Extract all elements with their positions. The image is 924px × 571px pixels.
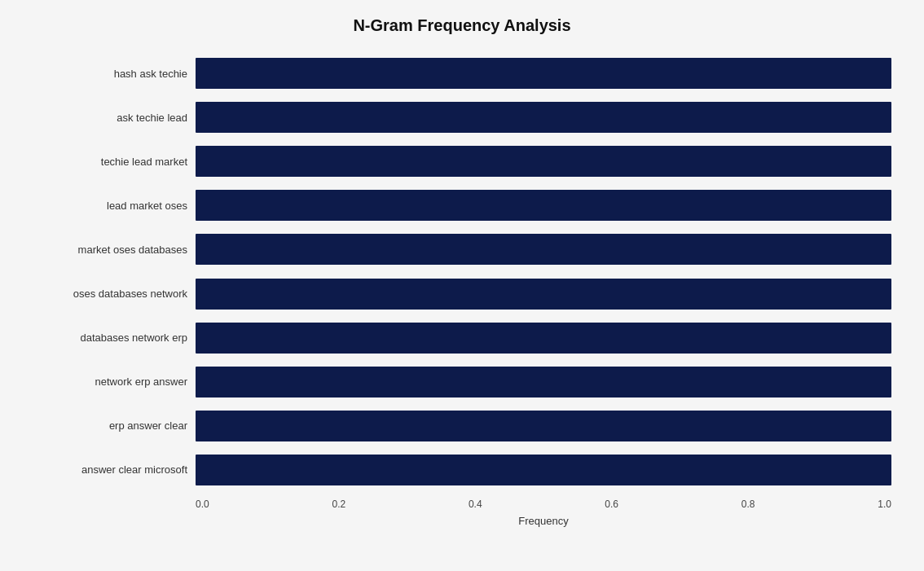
bar-row: techie lead market — [33, 139, 891, 183]
bar-fill — [196, 190, 891, 221]
bar-fill — [196, 455, 891, 485]
chart-area: hash ask techieask techie leadtechie lea… — [33, 51, 891, 492]
bar-track — [196, 455, 891, 485]
bar-label: techie lead market — [33, 156, 196, 168]
bar-row: oses databases network — [33, 271, 891, 315]
bar-label: answer clear microsoft — [33, 463, 196, 476]
bar-track — [196, 102, 891, 133]
bar-track — [196, 234, 891, 265]
bar-fill — [196, 102, 891, 133]
x-axis-tick: 1.0 — [878, 499, 891, 510]
x-axis-tick: 0.2 — [332, 499, 345, 510]
bar-fill — [196, 234, 891, 265]
x-axis-tick: 0.6 — [605, 499, 618, 510]
bar-row: erp answer clear — [33, 404, 891, 448]
bar-label: erp answer clear — [33, 419, 196, 432]
bar-row: network erp answer — [33, 360, 891, 404]
bar-track — [196, 58, 891, 89]
chart-container: N-Gram Frequency Analysis hash ask techi… — [0, 0, 924, 571]
bar-fill — [196, 146, 891, 177]
bar-label: market oses databases — [33, 244, 196, 256]
bar-track — [196, 411, 891, 441]
bar-row: answer clear microsoft — [33, 448, 891, 492]
bar-label: oses databases network — [33, 288, 196, 300]
bar-label: lead market oses — [33, 200, 196, 212]
bar-fill — [196, 323, 891, 354]
bar-fill — [196, 367, 891, 398]
bar-fill — [196, 411, 891, 441]
bar-label: ask techie lead — [33, 112, 196, 124]
chart-title: N-Gram Frequency Analysis — [33, 16, 891, 35]
x-axis-tick: 0.8 — [741, 499, 755, 510]
bar-track — [196, 367, 891, 398]
bar-label: hash ask techie — [33, 68, 196, 80]
bar-label: network erp answer — [33, 376, 196, 388]
bar-row: lead market oses — [33, 183, 891, 227]
x-axis-tick: 0.4 — [469, 499, 482, 510]
bar-row: ask techie lead — [33, 95, 891, 139]
bar-row: market oses databases — [33, 227, 891, 271]
bar-track — [196, 279, 891, 310]
bar-track — [196, 146, 891, 177]
x-axis-title: Frequency — [196, 515, 891, 527]
x-axis-tick: 0.0 — [196, 499, 209, 510]
bar-row: databases network erp — [33, 316, 891, 360]
x-axis: 0.00.20.40.60.81.0 — [196, 499, 891, 510]
bar-track — [196, 190, 891, 221]
bar-fill — [196, 279, 891, 310]
bar-row: hash ask techie — [33, 51, 891, 95]
bar-track — [196, 323, 891, 354]
bar-label: databases network erp — [33, 332, 196, 344]
x-axis-labels: 0.00.20.40.60.81.0 — [196, 499, 891, 510]
bar-fill — [196, 58, 891, 89]
